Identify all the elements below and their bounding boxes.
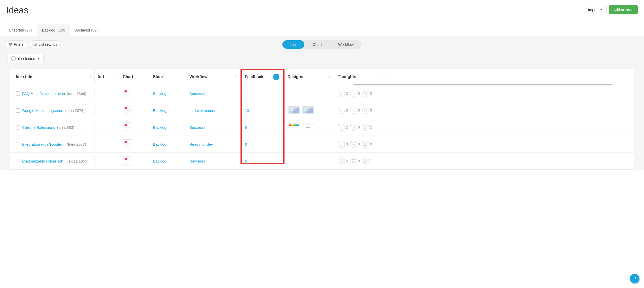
sort-desc-icon[interactable]: ↓ <box>328 75 329 79</box>
tab-backlog[interactable]: Backlog (129) <box>37 24 70 36</box>
cell-workflow[interactable]: Success! <box>186 88 242 99</box>
column-idea-title[interactable]: Idea title ↓ ↑ <box>10 69 95 85</box>
add-idea-button[interactable]: Add an idea <box>609 5 638 14</box>
tab-unsorted[interactable]: Unsorted (23) <box>4 24 37 36</box>
thumbs-up-button[interactable]: 2 <box>338 157 348 165</box>
scrollbar-thumb[interactable] <box>353 84 612 85</box>
selection-dropdown[interactable]: 0 selected <box>8 54 44 63</box>
sort-asc-icon[interactable]: ↑ <box>330 75 332 79</box>
thumbs-up-button[interactable]: 3 <box>338 107 348 114</box>
table-row: FAQ Help Documentation (Idea 1866)Backlo… <box>10 85 634 102</box>
cell-state[interactable]: Backlog <box>150 88 186 99</box>
cell-chart[interactable] <box>120 136 150 152</box>
sort-desc-icon[interactable]: ↓ <box>237 75 239 79</box>
list-settings-button[interactable]: List settings <box>30 40 61 48</box>
sort-asc-icon[interactable]: ↑ <box>234 75 236 79</box>
row-checkbox[interactable] <box>16 142 20 146</box>
cell-workflow[interactable]: Success! <box>186 122 242 133</box>
horizontal-scrollbar[interactable] <box>95 84 634 85</box>
comment-button[interactable]: 0 <box>362 107 372 114</box>
design-thumbnail[interactable] <box>302 106 314 114</box>
idea-title-link[interactable]: Chrome Extensions <box>22 125 55 130</box>
quadrant-chart-icon[interactable] <box>123 122 132 132</box>
design-thumbnail[interactable]: Google <box>302 123 314 131</box>
thumbs-down-icon <box>350 90 357 97</box>
thumbs-up-button[interactable]: 2 <box>338 124 348 131</box>
design-thumbnail[interactable] <box>288 123 300 131</box>
cell-effort <box>95 157 120 165</box>
sort-asc-icon[interactable]: ↑ <box>280 74 281 80</box>
cell-feedback[interactable]: 10 <box>242 105 285 116</box>
idea-ref: (Idea 2087) <box>67 142 86 146</box>
sort-asc-icon[interactable]: ↑ <box>115 75 117 79</box>
cell-chart[interactable] <box>120 119 150 136</box>
sort-desc-active-icon[interactable]: ↓ <box>273 74 279 80</box>
column-state[interactable]: State <box>150 69 186 85</box>
import-button[interactable]: Import <box>584 5 607 14</box>
comment-button[interactable]: 0 <box>362 141 372 148</box>
sort-desc-icon[interactable]: ↓ <box>383 75 385 79</box>
category-tabs: Unsorted (23) Backlog (129) Archived (52… <box>0 24 644 36</box>
cell-designs <box>285 157 335 165</box>
cell-feedback[interactable]: 6 <box>242 139 285 150</box>
idea-title-link[interactable]: FAQ Help Documentation <box>22 91 65 96</box>
idea-title-link[interactable]: Customizable colour sch… <box>22 159 67 163</box>
view-list-button[interactable]: List <box>282 40 304 49</box>
idea-title-link[interactable]: Google Maps integration <box>22 108 63 113</box>
comment-button[interactable]: 0 <box>362 90 372 97</box>
sort-desc-icon[interactable]: ↓ <box>112 75 114 79</box>
cell-chart[interactable] <box>120 153 150 169</box>
row-checkbox[interactable] <box>16 91 20 96</box>
view-workflow-button[interactable]: Workflow <box>330 40 361 49</box>
quadrant-chart-icon[interactable] <box>123 139 132 149</box>
view-chart-button[interactable]: Chart <box>305 40 330 49</box>
tab-archived[interactable]: Archived (52) <box>70 24 103 36</box>
thumbs-down-button[interactable]: 0 <box>350 141 360 148</box>
cell-state[interactable]: Backlog <box>150 155 186 167</box>
cell-state[interactable]: Backlog <box>150 122 186 133</box>
column-chart[interactable]: Chart <box>120 69 150 85</box>
comment-button[interactable]: 2 <box>362 124 372 131</box>
quadrant-chart-icon[interactable] <box>123 106 132 115</box>
column-feedback[interactable]: Feedback ↓ ↑ <box>242 69 285 85</box>
column-workflow[interactable]: Workflow ↑ ↓ <box>186 69 242 85</box>
filter-icon <box>9 43 12 46</box>
thumbs-up-icon <box>338 141 345 148</box>
cell-workflow[interactable]: In development <box>186 105 242 116</box>
select-all-checkbox[interactable] <box>11 56 16 61</box>
sort-desc-icon[interactable]: ↓ <box>87 75 89 79</box>
column-effort[interactable]: fort ↓ ↑ <box>95 69 120 85</box>
design-thumbnail[interactable] <box>288 106 300 114</box>
filters-button[interactable]: Filters <box>5 40 27 48</box>
cell-state[interactable]: Backlog <box>150 139 186 150</box>
cell-feedback[interactable]: 11 <box>242 88 285 99</box>
cell-workflow[interactable]: New Idea <box>186 155 242 167</box>
cell-workflow[interactable]: Ready for dev <box>186 139 242 150</box>
thumbs-down-button[interactable]: 0 <box>350 107 360 114</box>
row-checkbox[interactable] <box>16 159 20 163</box>
comment-icon <box>362 124 369 131</box>
cell-feedback[interactable]: 8 <box>242 122 285 133</box>
page-title: Ideas <box>6 5 28 16</box>
quadrant-chart-icon[interactable] <box>123 89 132 98</box>
cell-chart[interactable] <box>120 102 150 119</box>
sort-asc-icon[interactable]: ↑ <box>385 75 387 79</box>
cell-feedback[interactable]: 6 <box>242 155 285 167</box>
thumbs-up-button[interactable]: 2 <box>338 90 348 97</box>
thumbs-down-button[interactable]: 0 <box>350 90 360 97</box>
column-designs[interactable]: Designs ↓ ↑ <box>285 69 335 85</box>
thumbs-down-button[interactable]: 0 <box>350 157 360 165</box>
column-thoughts[interactable]: Thoughts ↓ ↑ <box>335 69 390 85</box>
cell-state[interactable]: Backlog <box>150 105 186 116</box>
view-toggle: List Chart Workflow <box>282 40 361 49</box>
row-checkbox[interactable] <box>16 125 20 130</box>
thumbs-down-button[interactable]: 0 <box>350 124 360 131</box>
idea-title-link[interactable]: Integration with Google… <box>22 142 65 146</box>
cell-thoughts: 000 <box>335 137 390 151</box>
comment-button[interactable]: 1 <box>362 157 372 165</box>
cell-chart[interactable] <box>120 85 150 102</box>
sort-asc-icon[interactable]: ↑ <box>90 75 91 79</box>
thumbs-up-button[interactable]: 0 <box>338 141 348 148</box>
quadrant-chart-icon[interactable] <box>123 156 132 166</box>
row-checkbox[interactable] <box>16 108 20 113</box>
